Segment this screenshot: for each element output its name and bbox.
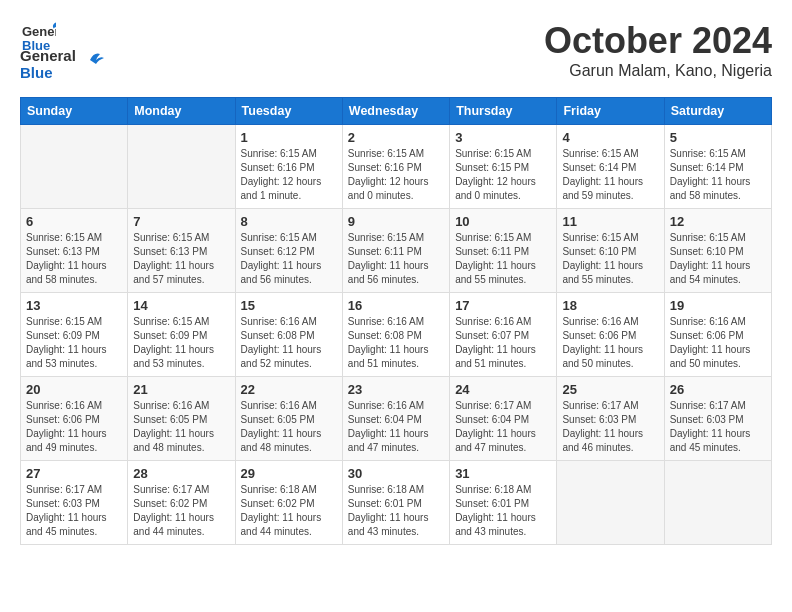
day-info: Sunrise: 6:15 AM Sunset: 6:15 PM Dayligh… bbox=[455, 147, 551, 203]
title-block: October 2024 Garun Malam, Kano, Nigeria bbox=[544, 20, 772, 80]
day-info: Sunrise: 6:15 AM Sunset: 6:09 PM Dayligh… bbox=[133, 315, 229, 371]
logo-line1: General bbox=[20, 48, 76, 65]
day-info: Sunrise: 6:15 AM Sunset: 6:11 PM Dayligh… bbox=[455, 231, 551, 287]
day-info: Sunrise: 6:16 AM Sunset: 6:06 PM Dayligh… bbox=[562, 315, 658, 371]
day-info: Sunrise: 6:16 AM Sunset: 6:05 PM Dayligh… bbox=[241, 399, 337, 455]
day-info: Sunrise: 6:15 AM Sunset: 6:16 PM Dayligh… bbox=[348, 147, 444, 203]
calendar-cell bbox=[21, 125, 128, 209]
header-thursday: Thursday bbox=[450, 98, 557, 125]
day-number: 1 bbox=[241, 130, 337, 145]
day-number: 13 bbox=[26, 298, 122, 313]
day-number: 19 bbox=[670, 298, 766, 313]
calendar-cell: 11Sunrise: 6:15 AM Sunset: 6:10 PM Dayli… bbox=[557, 209, 664, 293]
calendar-cell: 25Sunrise: 6:17 AM Sunset: 6:03 PM Dayli… bbox=[557, 377, 664, 461]
week-row-4: 27Sunrise: 6:17 AM Sunset: 6:03 PM Dayli… bbox=[21, 461, 772, 545]
day-number: 16 bbox=[348, 298, 444, 313]
calendar-cell: 2Sunrise: 6:15 AM Sunset: 6:16 PM Daylig… bbox=[342, 125, 449, 209]
calendar-cell: 3Sunrise: 6:15 AM Sunset: 6:15 PM Daylig… bbox=[450, 125, 557, 209]
calendar-cell: 4Sunrise: 6:15 AM Sunset: 6:14 PM Daylig… bbox=[557, 125, 664, 209]
header-wednesday: Wednesday bbox=[342, 98, 449, 125]
calendar-table: Sunday Monday Tuesday Wednesday Thursday… bbox=[20, 97, 772, 545]
day-info: Sunrise: 6:16 AM Sunset: 6:07 PM Dayligh… bbox=[455, 315, 551, 371]
day-number: 9 bbox=[348, 214, 444, 229]
day-number: 25 bbox=[562, 382, 658, 397]
calendar-cell: 21Sunrise: 6:16 AM Sunset: 6:05 PM Dayli… bbox=[128, 377, 235, 461]
day-info: Sunrise: 6:18 AM Sunset: 6:01 PM Dayligh… bbox=[348, 483, 444, 539]
calendar-cell: 22Sunrise: 6:16 AM Sunset: 6:05 PM Dayli… bbox=[235, 377, 342, 461]
calendar-cell: 13Sunrise: 6:15 AM Sunset: 6:09 PM Dayli… bbox=[21, 293, 128, 377]
calendar-cell: 29Sunrise: 6:18 AM Sunset: 6:02 PM Dayli… bbox=[235, 461, 342, 545]
day-number: 8 bbox=[241, 214, 337, 229]
calendar-cell: 12Sunrise: 6:15 AM Sunset: 6:10 PM Dayli… bbox=[664, 209, 771, 293]
calendar-cell: 6Sunrise: 6:15 AM Sunset: 6:13 PM Daylig… bbox=[21, 209, 128, 293]
day-number: 15 bbox=[241, 298, 337, 313]
day-info: Sunrise: 6:17 AM Sunset: 6:04 PM Dayligh… bbox=[455, 399, 551, 455]
calendar-cell: 20Sunrise: 6:16 AM Sunset: 6:06 PM Dayli… bbox=[21, 377, 128, 461]
day-info: Sunrise: 6:15 AM Sunset: 6:11 PM Dayligh… bbox=[348, 231, 444, 287]
day-info: Sunrise: 6:15 AM Sunset: 6:14 PM Dayligh… bbox=[670, 147, 766, 203]
calendar-cell: 27Sunrise: 6:17 AM Sunset: 6:03 PM Dayli… bbox=[21, 461, 128, 545]
day-info: Sunrise: 6:18 AM Sunset: 6:01 PM Dayligh… bbox=[455, 483, 551, 539]
calendar-cell: 15Sunrise: 6:16 AM Sunset: 6:08 PM Dayli… bbox=[235, 293, 342, 377]
day-info: Sunrise: 6:16 AM Sunset: 6:05 PM Dayligh… bbox=[133, 399, 229, 455]
day-info: Sunrise: 6:18 AM Sunset: 6:02 PM Dayligh… bbox=[241, 483, 337, 539]
logo: General Blue General Blue bbox=[20, 20, 108, 81]
calendar-cell: 9Sunrise: 6:15 AM Sunset: 6:11 PM Daylig… bbox=[342, 209, 449, 293]
calendar-cell: 18Sunrise: 6:16 AM Sunset: 6:06 PM Dayli… bbox=[557, 293, 664, 377]
day-number: 29 bbox=[241, 466, 337, 481]
day-number: 2 bbox=[348, 130, 444, 145]
calendar-cell: 7Sunrise: 6:15 AM Sunset: 6:13 PM Daylig… bbox=[128, 209, 235, 293]
day-info: Sunrise: 6:17 AM Sunset: 6:02 PM Dayligh… bbox=[133, 483, 229, 539]
day-number: 4 bbox=[562, 130, 658, 145]
calendar-cell: 30Sunrise: 6:18 AM Sunset: 6:01 PM Dayli… bbox=[342, 461, 449, 545]
day-number: 31 bbox=[455, 466, 551, 481]
day-number: 14 bbox=[133, 298, 229, 313]
day-info: Sunrise: 6:15 AM Sunset: 6:14 PM Dayligh… bbox=[562, 147, 658, 203]
day-info: Sunrise: 6:15 AM Sunset: 6:16 PM Dayligh… bbox=[241, 147, 337, 203]
calendar-cell: 28Sunrise: 6:17 AM Sunset: 6:02 PM Dayli… bbox=[128, 461, 235, 545]
calendar-cell: 19Sunrise: 6:16 AM Sunset: 6:06 PM Dayli… bbox=[664, 293, 771, 377]
calendar-cell: 26Sunrise: 6:17 AM Sunset: 6:03 PM Dayli… bbox=[664, 377, 771, 461]
day-number: 5 bbox=[670, 130, 766, 145]
day-number: 7 bbox=[133, 214, 229, 229]
day-number: 17 bbox=[455, 298, 551, 313]
day-number: 6 bbox=[26, 214, 122, 229]
day-info: Sunrise: 6:16 AM Sunset: 6:06 PM Dayligh… bbox=[670, 315, 766, 371]
day-info: Sunrise: 6:15 AM Sunset: 6:10 PM Dayligh… bbox=[562, 231, 658, 287]
day-info: Sunrise: 6:15 AM Sunset: 6:13 PM Dayligh… bbox=[26, 231, 122, 287]
day-number: 22 bbox=[241, 382, 337, 397]
day-number: 28 bbox=[133, 466, 229, 481]
calendar-cell: 5Sunrise: 6:15 AM Sunset: 6:14 PM Daylig… bbox=[664, 125, 771, 209]
day-number: 21 bbox=[133, 382, 229, 397]
calendar-cell: 23Sunrise: 6:16 AM Sunset: 6:04 PM Dayli… bbox=[342, 377, 449, 461]
day-number: 26 bbox=[670, 382, 766, 397]
calendar-subtitle: Garun Malam, Kano, Nigeria bbox=[544, 62, 772, 80]
calendar-cell bbox=[557, 461, 664, 545]
day-number: 10 bbox=[455, 214, 551, 229]
calendar-cell: 31Sunrise: 6:18 AM Sunset: 6:01 PM Dayli… bbox=[450, 461, 557, 545]
svg-text:General: General bbox=[22, 24, 56, 39]
calendar-cell bbox=[664, 461, 771, 545]
page-header: General Blue General Blue October 2024 G… bbox=[20, 20, 772, 81]
week-row-3: 20Sunrise: 6:16 AM Sunset: 6:06 PM Dayli… bbox=[21, 377, 772, 461]
week-row-2: 13Sunrise: 6:15 AM Sunset: 6:09 PM Dayli… bbox=[21, 293, 772, 377]
day-number: 27 bbox=[26, 466, 122, 481]
day-number: 20 bbox=[26, 382, 122, 397]
day-info: Sunrise: 6:16 AM Sunset: 6:08 PM Dayligh… bbox=[241, 315, 337, 371]
day-number: 3 bbox=[455, 130, 551, 145]
calendar-cell: 1Sunrise: 6:15 AM Sunset: 6:16 PM Daylig… bbox=[235, 125, 342, 209]
day-info: Sunrise: 6:17 AM Sunset: 6:03 PM Dayligh… bbox=[562, 399, 658, 455]
header-monday: Monday bbox=[128, 98, 235, 125]
day-number: 23 bbox=[348, 382, 444, 397]
day-info: Sunrise: 6:17 AM Sunset: 6:03 PM Dayligh… bbox=[26, 483, 122, 539]
calendar-cell: 14Sunrise: 6:15 AM Sunset: 6:09 PM Dayli… bbox=[128, 293, 235, 377]
day-number: 30 bbox=[348, 466, 444, 481]
day-info: Sunrise: 6:16 AM Sunset: 6:06 PM Dayligh… bbox=[26, 399, 122, 455]
day-info: Sunrise: 6:15 AM Sunset: 6:12 PM Dayligh… bbox=[241, 231, 337, 287]
logo-line2: Blue bbox=[20, 65, 76, 82]
day-info: Sunrise: 6:15 AM Sunset: 6:09 PM Dayligh… bbox=[26, 315, 122, 371]
calendar-cell: 10Sunrise: 6:15 AM Sunset: 6:11 PM Dayli… bbox=[450, 209, 557, 293]
calendar-cell: 17Sunrise: 6:16 AM Sunset: 6:07 PM Dayli… bbox=[450, 293, 557, 377]
day-info: Sunrise: 6:16 AM Sunset: 6:04 PM Dayligh… bbox=[348, 399, 444, 455]
week-row-1: 6Sunrise: 6:15 AM Sunset: 6:13 PM Daylig… bbox=[21, 209, 772, 293]
